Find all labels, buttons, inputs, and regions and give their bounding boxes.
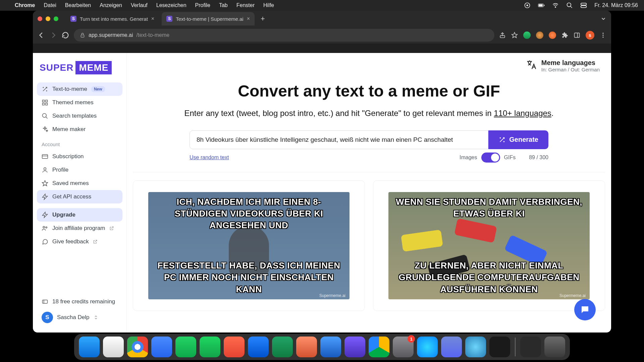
new-tab-button[interactable]: + xyxy=(257,14,268,23)
language-selector[interactable]: Meme languages In: German / Out: German xyxy=(525,59,600,72)
sidebar-item-feedback[interactable]: Give feedback xyxy=(37,235,122,248)
user-menu[interactable]: S Sascha Delp xyxy=(37,308,122,326)
sidebar-item-saved-memes[interactable]: Saved memes xyxy=(37,177,122,190)
menu-item[interactable]: Datei xyxy=(44,2,56,8)
prompt-input[interactable] xyxy=(190,130,488,149)
sidebar-item-label: Upgrade xyxy=(52,212,75,218)
extension-icon[interactable] xyxy=(523,32,531,39)
sidebar-item-meme-maker[interactable]: Meme maker xyxy=(37,123,122,136)
app-logo[interactable]: SUPERMEME xyxy=(40,61,120,74)
hero: Convert any text to a meme or GIF Enter … xyxy=(127,78,611,163)
menu-item[interactable]: Anzeigen xyxy=(100,2,122,8)
dock-app-trello[interactable] xyxy=(248,337,269,357)
sidebar-item-subscription[interactable]: Subscription xyxy=(37,150,122,163)
chrome-menu-icon[interactable] xyxy=(600,32,606,39)
mode-toggle[interactable] xyxy=(481,153,500,163)
sidebar-item-affiliate[interactable]: Join affiliate program xyxy=(37,222,122,235)
bolt-icon xyxy=(42,212,48,218)
menu-item[interactable]: Fenster xyxy=(236,2,255,8)
dock-app-discord[interactable] xyxy=(441,337,462,357)
extensions-icon[interactable] xyxy=(561,32,568,39)
svg-rect-4 xyxy=(544,5,544,6)
sidebar-item-profile[interactable]: Profile xyxy=(37,163,122,177)
menu-item[interactable]: Tab xyxy=(219,2,228,8)
close-tab-icon[interactable]: × xyxy=(151,16,154,22)
dock-app-chrome[interactable] xyxy=(127,337,148,357)
dock-app-imovie[interactable] xyxy=(344,337,365,357)
dock-app-siri[interactable] xyxy=(417,337,438,357)
sidebar-item-themed-memes[interactable]: Themed memes xyxy=(37,96,122,109)
generate-button[interactable]: Generate xyxy=(488,130,548,149)
dock-app-mission[interactable] xyxy=(520,337,541,357)
dock-app-finder[interactable] xyxy=(79,337,100,357)
dock-app-drive[interactable] xyxy=(369,337,389,357)
dock-app-safari[interactable] xyxy=(103,337,124,357)
menu-item[interactable]: Profile xyxy=(195,2,210,8)
bookmark-icon[interactable] xyxy=(511,32,518,39)
svg-rect-3 xyxy=(539,4,543,7)
menu-item[interactable]: Lesezeichen xyxy=(156,2,186,8)
meme-top-text: ICH, NACHDEM ICH MIR EINEN 8-STÜNDIGEN V… xyxy=(148,194,350,233)
share-icon[interactable] xyxy=(499,32,506,39)
dock-app-word[interactable] xyxy=(320,337,341,357)
sidebar-item-search-templates[interactable]: Search templates xyxy=(37,109,122,123)
search-icon[interactable] xyxy=(566,2,573,9)
dock-app-whatsapp[interactable] xyxy=(175,337,196,357)
sidebar-section-header: Account xyxy=(37,136,122,150)
dock-app-zoom[interactable] xyxy=(151,337,172,357)
sidebar-item-label: 18 free credits remaining xyxy=(52,298,115,305)
control-center-icon[interactable] xyxy=(580,2,587,9)
minimize-window-icon[interactable] xyxy=(46,16,50,21)
dock-app-quicktime[interactable] xyxy=(465,337,486,357)
random-text-link[interactable]: Use random text xyxy=(190,155,229,161)
watermark: Supermeme.ai xyxy=(559,293,586,298)
menubar-clock[interactable]: Fr. 24. März 09:56 xyxy=(594,2,638,8)
sidebar-item-text-to-meme[interactable]: Text-to-meme New xyxy=(37,82,122,96)
browser-tab[interactable]: S Turn text into memes. Generat × xyxy=(66,12,159,25)
extension-icon[interactable] xyxy=(549,32,556,39)
side-panel-icon[interactable] xyxy=(574,32,580,39)
browser-tab[interactable]: S Text-to-meme | Supermeme.ai × xyxy=(162,12,255,25)
meme-result-card[interactable]: WENN SIE STUNDEN DAMIT VERBRINGEN, ETWAS… xyxy=(373,180,605,311)
page-title: Convert any text to a meme or GIF xyxy=(147,82,591,100)
dock-app-trash[interactable] xyxy=(544,337,565,357)
sidebar-item-api-access[interactable]: Get API access xyxy=(37,190,122,203)
maximize-window-icon[interactable] xyxy=(54,16,58,21)
reload-button[interactable] xyxy=(62,32,69,39)
sidebar-item-upgrade[interactable]: Upgrade xyxy=(37,208,122,222)
extension-icon[interactable] xyxy=(536,32,543,39)
sidebar-item-label: Themed memes xyxy=(52,99,94,106)
languages-link[interactable]: 110+ languages xyxy=(494,109,551,118)
close-tab-icon[interactable]: × xyxy=(247,16,250,22)
meme-bottom-text: ZU LERNEN, ABER NICHT EINMAL GRUNDLEGEND… xyxy=(388,258,590,297)
chat-support-button[interactable] xyxy=(574,299,596,320)
forward-button[interactable] xyxy=(50,32,57,39)
menu-item[interactable]: Hilfe xyxy=(263,2,274,8)
tab-overflow-icon[interactable] xyxy=(600,16,606,22)
record-icon[interactable] xyxy=(524,2,531,9)
dock-app-excel[interactable] xyxy=(272,337,293,357)
meme-result-card[interactable]: ICH, NACHDEM ICH MIR EINEN 8-STÜNDIGEN V… xyxy=(133,180,365,311)
dock-app-spotify[interactable] xyxy=(200,337,220,357)
user-icon xyxy=(42,167,48,173)
dock-app-powerpoint[interactable] xyxy=(296,337,317,357)
character-count: 89 / 300 xyxy=(529,155,548,161)
menu-item[interactable]: Bearbeiten xyxy=(65,2,91,8)
close-window-icon[interactable] xyxy=(38,16,42,21)
menubar-app-name[interactable]: Chrome xyxy=(15,2,35,8)
address-bar[interactable]: app.supermeme.ai/text-to-meme xyxy=(74,29,494,42)
battery-icon[interactable] xyxy=(538,2,545,9)
wifi-icon[interactable] xyxy=(552,2,559,9)
menu-item[interactable]: Verlauf xyxy=(131,2,148,8)
meme-bottom-text: FESTGESTELLT HABE, DASS ICH MEINEN PC IM… xyxy=(148,258,350,297)
svg-line-25 xyxy=(46,117,48,119)
dock-app-voice[interactable] xyxy=(489,337,510,357)
external-link-icon xyxy=(93,239,98,244)
profile-avatar[interactable]: s xyxy=(586,31,594,40)
dock-app-todoist[interactable] xyxy=(224,337,245,357)
back-button[interactable] xyxy=(38,32,45,39)
star-icon xyxy=(42,180,48,187)
dock-app-settings[interactable]: 1 xyxy=(393,337,414,357)
chrome-window: S Turn text into memes. Generat × S Text… xyxy=(33,11,611,333)
sidebar: SUPERMEME Text-to-meme New Themed memes … xyxy=(33,53,127,333)
